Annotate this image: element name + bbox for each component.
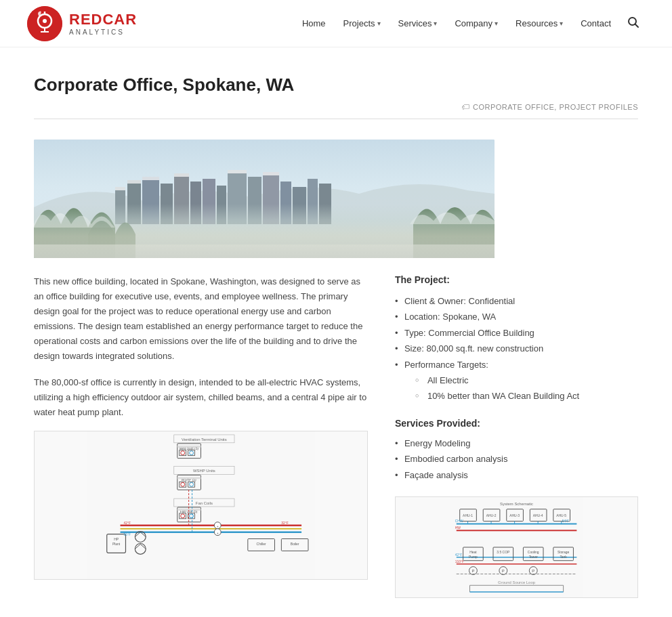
svg-text:Tank: Tank [560, 555, 567, 559]
two-col-layout: This new office building, located in Spo… [34, 274, 638, 598]
logo-car: CAR [102, 11, 137, 28]
svg-text:Boiler: Boiler [291, 542, 299, 546]
svg-text:110°F: 110°F [455, 560, 464, 563]
svg-text:42°F: 42°F [123, 522, 130, 525]
projects-chevron-icon: ▾ [377, 20, 381, 27]
service-embodied-carbon: Embodied carbon analysis [395, 451, 638, 467]
nav-contact-label: Contact [581, 18, 611, 28]
services-section-title: Services Provided: [395, 418, 638, 429]
svg-text:HW: HW [455, 526, 461, 530]
project-detail-type: Type: Commercial Office Building [395, 325, 638, 341]
svg-point-5 [43, 19, 47, 23]
nav-home-label: Home [302, 18, 326, 28]
nav-company[interactable]: Company ▾ [448, 13, 505, 34]
logo-brand: REDCAR [69, 11, 137, 28]
right-diagram: System Schematic AHU-1 AHU-2 AHU-3 AHU-4… [395, 496, 638, 598]
project-detail-size: Size: 80,000 sq.ft. new construction [395, 341, 638, 356]
svg-rect-26 [142, 177, 159, 180]
nav-services[interactable]: Services ▾ [392, 13, 444, 34]
search-button[interactable] [622, 11, 645, 37]
main-content: Corporate Office, Spokane, WA 🏷 CORPORAT… [0, 47, 672, 617]
svg-rect-27 [174, 173, 189, 177]
svg-text:Ground Source Loop: Ground Source Loop [498, 580, 536, 584]
svg-rect-23 [319, 184, 331, 224]
project-detail-client: Client & Owner: Confidential [395, 293, 638, 309]
svg-text:+: + [217, 531, 219, 534]
logo-svg [27, 6, 62, 41]
services-chevron-icon: ▾ [434, 20, 437, 27]
svg-text:Chiller: Chiller [257, 542, 266, 546]
svg-rect-10 [127, 180, 141, 224]
company-chevron-icon: ▾ [495, 20, 498, 27]
svg-text:Pump: Pump [469, 555, 478, 559]
performance-all-electric: All Electric [415, 373, 638, 388]
svg-text:+: + [217, 525, 219, 528]
svg-rect-19 [263, 172, 279, 224]
svg-text:P: P [471, 569, 474, 573]
svg-text:P: P [532, 569, 534, 573]
main-nav: Home Projects ▾ Services ▾ Company ▾ Res… [295, 11, 645, 37]
svg-text:55°F: 55°F [123, 532, 130, 536]
logo-icon [27, 6, 62, 41]
svg-text:AHU-4: AHU-4 [533, 514, 543, 517]
svg-rect-22 [308, 179, 318, 224]
service-facade: Façade analysis [395, 467, 638, 483]
svg-text:AHU-1: AHU-1 [463, 514, 473, 517]
svg-rect-13 [174, 173, 189, 224]
hero-image [34, 140, 495, 258]
nav-company-label: Company [455, 18, 492, 28]
performance-clean-building: 10% better than WA Clean Building Act [415, 388, 638, 404]
svg-rect-17 [228, 170, 247, 224]
hero-svg [34, 140, 495, 258]
svg-text:System Schematic: System Schematic [500, 502, 533, 506]
divider [34, 119, 638, 119]
svg-text:P: P [502, 569, 505, 573]
svg-text:32°F: 32°F [281, 522, 288, 525]
search-icon [627, 16, 639, 28]
svg-text:AHU-3: AHU-3 [509, 514, 520, 517]
svg-rect-20 [280, 182, 291, 224]
svg-text:AHU-5: AHU-5 [556, 514, 566, 517]
services-list: Energy Modeling Embodied carbon analysis… [395, 435, 638, 483]
hero-image-wrapper [34, 140, 495, 258]
resources-chevron-icon: ▾ [560, 20, 563, 27]
logo[interactable]: REDCAR ANALYTICS [27, 6, 137, 41]
nav-projects-label: Projects [343, 18, 375, 28]
svg-rect-18 [248, 177, 261, 224]
svg-rect-30 [34, 244, 495, 258]
project-detail-location: Location: Spokane, WA [395, 309, 638, 324]
service-energy-modeling: Energy Modeling [395, 435, 638, 451]
site-header: REDCAR ANALYTICS Home Projects ▾ Service… [0, 0, 672, 47]
logo-text: REDCAR ANALYTICS [69, 11, 137, 36]
nav-projects[interactable]: Projects ▾ [337, 13, 387, 34]
right-diagram-svg: System Schematic AHU-1 AHU-2 AHU-3 AHU-4… [396, 497, 637, 597]
logo-analytics: ANALYTICS [69, 28, 137, 36]
svg-text:Cooling: Cooling [528, 551, 539, 554]
svg-rect-14 [190, 182, 201, 224]
project-details-list: Client & Owner: Confidential Location: S… [395, 293, 638, 404]
nav-contact[interactable]: Contact [574, 13, 618, 34]
svg-text:Fan Coils: Fan Coils [196, 501, 213, 505]
project-section-title: The Project: [395, 274, 638, 285]
nav-resources-label: Resources [516, 18, 558, 28]
svg-text:CHW: CHW [455, 519, 463, 523]
breadcrumb: 🏷 CORPORATE OFFICE, PROJECT PROFILES [34, 102, 638, 112]
svg-rect-36 [177, 446, 201, 448]
svg-rect-9 [115, 187, 125, 224]
svg-text:AHU-2: AHU-2 [486, 514, 497, 517]
svg-rect-16 [217, 186, 226, 224]
svg-text:42°F: 42°F [455, 553, 462, 557]
svg-text:54°F: 54°F [562, 519, 569, 523]
breadcrumb-text: CORPORATE OFFICE, PROJECT PROFILES [473, 103, 638, 111]
page-title: Corporate Office, Spokane, WA [34, 75, 638, 95]
svg-text:Ventilation Terminal Units: Ventilation Terminal Units [182, 438, 227, 442]
performance-sub-list: All Electric 10% better than WA Clean Bu… [404, 373, 638, 404]
nav-home[interactable]: Home [295, 13, 333, 34]
nav-resources[interactable]: Resources ▾ [509, 13, 570, 34]
svg-text:Heat: Heat [469, 551, 477, 554]
body-paragraph-2: The 80,000-sf office is currently in des… [34, 375, 368, 420]
svg-text:WSHP Units: WSHP Units [193, 469, 215, 473]
hvac-diagram: Ventilation Terminal Units Vent Duct (5)… [34, 431, 368, 580]
svg-text:Plant: Plant [112, 542, 121, 546]
left-column: This new office building, located in Spo… [34, 274, 368, 598]
